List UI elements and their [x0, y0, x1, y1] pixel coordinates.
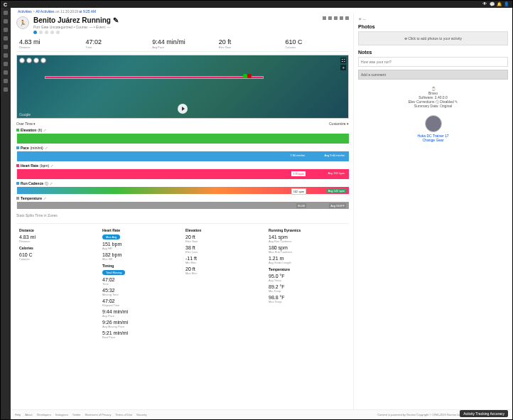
detail-tabs[interactable]: Stats Splits Time in Zones	[16, 213, 349, 217]
activity-subtitle: Port Gate Uncategorized • Course: — • Ev…	[33, 25, 119, 29]
weather-icon: ☀	[358, 17, 362, 21]
map-zoom-out[interactable]	[26, 58, 32, 63]
map-loc-icon[interactable]: ⌖	[340, 65, 346, 70]
chart-elevation[interactable]	[16, 134, 349, 144]
h-elev: Elevation	[185, 228, 263, 232]
share-icon[interactable]	[328, 16, 332, 20]
nav-icon-4[interactable]	[4, 36, 8, 41]
map-layers[interactable]	[33, 58, 39, 63]
star-2[interactable]	[39, 31, 43, 34]
route-line	[45, 77, 263, 78]
comment-input[interactable]: Add a comment	[358, 70, 508, 80]
tag-icon[interactable]	[340, 16, 343, 20]
app-logo[interactable]: C	[4, 2, 7, 7]
activity-avatar[interactable]: 🏃	[16, 16, 29, 29]
star-3[interactable]	[45, 31, 48, 34]
expand-hr-icon[interactable]: ⤢	[50, 163, 53, 168]
timing-toggle[interactable]: Total Moving	[102, 270, 125, 275]
end-marker	[247, 74, 252, 78]
expand-elevation-icon[interactable]: ⤢	[43, 128, 46, 132]
h-dyn: Running Dynamics	[269, 228, 346, 232]
nav-icon-9[interactable]	[4, 79, 8, 83]
star-icon[interactable]	[334, 16, 338, 20]
gear-image[interactable]	[425, 115, 442, 132]
nav-icon-8[interactable]	[4, 70, 8, 75]
play-button[interactable]	[178, 104, 188, 114]
expand-temp-icon[interactable]: ⤢	[43, 196, 46, 200]
stat-time: 47:02	[86, 38, 147, 45]
h-hr: Heart Rate	[102, 228, 180, 232]
photos-header: Photos	[358, 24, 508, 29]
star-5[interactable]	[56, 31, 60, 34]
edit-icon[interactable]: ✎	[113, 16, 119, 24]
foot-tw[interactable]: Twitter	[72, 413, 81, 416]
nav-icon-2[interactable]	[4, 19, 8, 23]
foot-ig[interactable]: Instagram	[55, 413, 68, 416]
left-sidebar	[1, 8, 11, 419]
stat-distance: 4.83 mi	[19, 38, 80, 45]
summary-stats: 4.83 miDistance 47:02Time 9:44 min/miAvg…	[16, 38, 349, 52]
nav-icon-10[interactable]	[4, 87, 8, 92]
map-attribution: Google	[19, 112, 31, 117]
chat-icon[interactable]: 💬	[490, 1, 494, 6]
h-calories: Calories	[19, 246, 97, 250]
foot-about[interactable]: About	[25, 413, 32, 416]
gear-block: Hoka DC Trainer 17 Change Gear	[358, 115, 508, 142]
edit-activity-icon[interactable]	[323, 16, 326, 20]
dot-cadence	[16, 182, 19, 185]
h-distance: Distance	[19, 228, 97, 232]
hr-toggle[interactable]: Max Avg	[102, 235, 120, 239]
activity-title: Benito Juárez Running	[33, 16, 111, 24]
h-timing: Timing	[102, 264, 180, 268]
dot-temp	[16, 197, 19, 200]
nav-icon-5[interactable]	[4, 45, 8, 49]
dot-hr	[16, 164, 19, 167]
lbl-cadence: Run Cadence	[21, 181, 43, 185]
app-topbar: C 👁 💬 🔔 👤	[1, 1, 512, 8]
lbl-pace: Pace	[21, 146, 29, 150]
star-4[interactable]	[50, 31, 54, 34]
star-1[interactable]	[33, 31, 37, 34]
device-block: ⌚ Bravo Software: 2.40.0.0 Elev Correcti…	[358, 87, 508, 108]
lbl-hr: Heart Rate	[21, 163, 38, 168]
h-temp: Temperature	[269, 267, 346, 271]
foot-priv[interactable]: Statement of Privacy	[85, 413, 112, 416]
nav-icon-1[interactable]	[4, 11, 8, 15]
foot-terms[interactable]: Terms of Use	[115, 413, 132, 416]
notes-input[interactable]	[358, 57, 508, 67]
foot-help[interactable]: Help	[15, 413, 21, 416]
dot-pace	[16, 146, 19, 149]
lbl-elevation: Elevation	[21, 128, 36, 132]
stat-elev: 20 ft	[219, 38, 280, 45]
lbl-temp: Temperature	[21, 196, 42, 200]
eye-icon[interactable]: 👁	[482, 1, 487, 6]
map-zoom-in[interactable]	[19, 58, 25, 63]
foot-dev[interactable]: Developers	[37, 413, 51, 416]
chart-cadence[interactable]: 162 spmAvg 141 spm	[16, 187, 349, 194]
map-full-icon[interactable]: ⛶	[340, 58, 346, 63]
cadence-info-icon[interactable]: ⓘ	[45, 181, 48, 185]
expand-pace-icon[interactable]: ⤢	[45, 146, 48, 150]
foot-sec[interactable]: Security	[136, 413, 146, 416]
page-footer: Help About Developers Instagram Twitter …	[11, 409, 512, 419]
activity-map[interactable]: ⛶⌖ Google	[16, 55, 349, 119]
chart-pace[interactable]: 7:34 min/miAvg 9:44 min/mi	[16, 151, 349, 161]
stat-cal: 610 C	[285, 38, 346, 45]
nav-icon-7[interactable]	[4, 62, 8, 66]
change-gear-link[interactable]: Change Gear	[358, 138, 508, 142]
map-expand[interactable]	[40, 58, 46, 63]
expand-cadence-icon[interactable]: ⤢	[50, 181, 53, 185]
chart-over-time[interactable]: Over Time ▾	[16, 122, 36, 126]
stat-pace: 9:44 min/mi	[152, 38, 213, 45]
chart-customize[interactable]: Customize ▾	[329, 122, 349, 126]
chart-temp[interactable]: 95.00Avg 93.8°F	[16, 202, 349, 209]
add-photo-button[interactable]: ⊕ Click to add photos to your activity	[358, 31, 508, 45]
accuracy-button[interactable]: Activity Tracking Accuracy	[460, 410, 508, 417]
notes-header: Notes	[358, 50, 508, 55]
bell-icon[interactable]: 🔔	[497, 1, 501, 6]
nav-icon-6[interactable]	[4, 53, 8, 58]
chart-hr[interactable]: 170 bpmAvg 151 bpm	[16, 169, 349, 179]
gear-icon[interactable]	[345, 16, 349, 20]
nav-icon-3[interactable]	[4, 28, 8, 32]
user-icon[interactable]: 👤	[504, 1, 508, 6]
